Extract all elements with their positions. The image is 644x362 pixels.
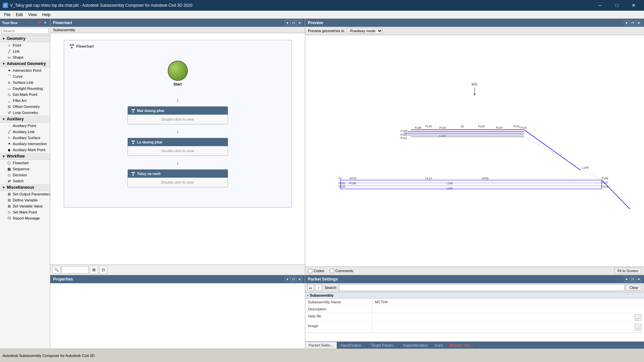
item-define-variable[interactable]: ⊟ Define Variable: [0, 197, 50, 203]
item-offset-geometry[interactable]: ⊡ Offset Geometry: [0, 104, 50, 110]
help-file-browse-button[interactable]: …: [635, 314, 641, 321]
tab-target-param[interactable]: Target Param...: [368, 342, 400, 349]
offset-geometry-icon: ⊡: [7, 104, 11, 109]
image-browse-button[interactable]: …: [635, 324, 641, 330]
zoom-in-button[interactable]: 🔍: [52, 266, 60, 274]
comments-checkbox[interactable]: [330, 269, 334, 273]
item-decision[interactable]: ◇ Decision: [0, 172, 50, 178]
flowchart-pin[interactable]: ▼: [285, 20, 290, 25]
svg-text:P139: P139: [400, 129, 407, 133]
auxiliary-link-icon: ╱: [7, 129, 11, 134]
fit-screen-button[interactable]: Fit to Screen: [614, 268, 641, 274]
packet-row-name: Subassembly Name MCTH4: [305, 299, 644, 306]
tab-cant[interactable]: Cant: [431, 342, 446, 349]
item-get-mark-point[interactable]: ◇ Get Mark Point: [0, 92, 50, 98]
preview-mode-select[interactable]: Roadway mode: [347, 28, 383, 34]
flowchart-canvas[interactable]: Flowchart Start: [50, 33, 305, 264]
auxiliary-mark-point-icon: ◆: [7, 147, 11, 152]
toolbox-content: ▼ Geometry ○ Point ╱ Link ▭ Shape: [0, 35, 50, 349]
svg-text:P138: P138: [400, 133, 407, 136]
section-miscellaneous-header[interactable]: ▼ Miscellaneous: [0, 184, 50, 191]
item-set-mark-point[interactable]: ◇ Set Mark Point: [0, 209, 50, 215]
item-auxiliary-link[interactable]: ╱ Auxiliary Link: [0, 129, 50, 135]
toolbox-controls: 📌 ✕: [37, 20, 48, 25]
codes-checkbox[interactable]: [308, 269, 312, 273]
item-link[interactable]: ╱ Link: [0, 48, 50, 54]
properties-auto-hide[interactable]: ⊓: [291, 277, 296, 282]
auxiliary-point-icon: ·: [7, 123, 11, 128]
properties-pin[interactable]: ▼: [285, 277, 290, 282]
packet-sort-cat[interactable]: ↕: [315, 284, 322, 291]
section-workflow-header[interactable]: ▼ Workflow: [0, 153, 50, 160]
start-circle: [168, 61, 188, 81]
item-auxiliary-point[interactable]: · Auxiliary Point: [0, 123, 50, 129]
packet-close[interactable]: ✕: [636, 277, 641, 282]
close-button[interactable]: ✕: [626, 0, 641, 11]
item-auxiliary-intersection[interactable]: ✦ Auxiliary Intersection: [0, 141, 50, 147]
search-input[interactable]: [1, 28, 49, 34]
item-fillet-arc[interactable]: ⌞ Fillet Arc: [0, 98, 50, 104]
tab-event-viewer[interactable]: Event Vie...: [446, 342, 476, 349]
item-sequence[interactable]: ▦ Sequence: [0, 166, 50, 172]
item-set-variable-value[interactable]: ⊞ Set Variable Value: [0, 203, 50, 209]
item-report-message[interactable]: 🗨 Report Message: [0, 215, 50, 221]
zoom-level-input[interactable]: [62, 266, 89, 274]
section-advanced-geometry: ▼ Advanced Geometry ✦ Intersection Point…: [0, 60, 50, 116]
daylight-rounding-icon: ⌓: [7, 86, 11, 91]
menu-file[interactable]: File: [1, 12, 13, 18]
packet-auto-hide[interactable]: ⊓: [630, 277, 635, 282]
tab-superelevation[interactable]: Superelevation: [400, 342, 431, 349]
toolbox-pin[interactable]: 📌: [37, 20, 42, 25]
packet-section-header[interactable]: ▪ Subassembly: [305, 292, 644, 299]
packet-pin[interactable]: ▼: [624, 277, 629, 282]
item-set-output[interactable]: ⊞ Set Output Parameters: [0, 191, 50, 197]
app-icon: A: [3, 3, 8, 8]
section-auxiliary-header[interactable]: ▼ Auxiliary: [0, 116, 50, 123]
item-surface-link[interactable]: ≡ Surface Link: [0, 79, 50, 85]
tab-packet-settings[interactable]: Packet Settin...: [305, 342, 337, 349]
menu-edit[interactable]: Edit: [13, 12, 25, 18]
menu-help[interactable]: Help: [40, 12, 53, 18]
subassembly-node-3[interactable]: Taluy va ranh Double-click to view: [127, 169, 228, 187]
item-switch[interactable]: ⇄ Switch: [0, 178, 50, 184]
tab-input-output[interactable]: Input/Output...: [337, 342, 368, 349]
preview-auto-hide[interactable]: ⊓: [630, 20, 635, 25]
item-point[interactable]: ○ Point: [0, 42, 50, 48]
section-geometry-header[interactable]: ▼ Geometry: [0, 35, 50, 42]
packet-label-image: Image: [305, 322, 372, 332]
item-auxiliary-surface[interactable]: ▿ Auxiliary Surface: [0, 135, 50, 141]
section-advanced-geometry-header[interactable]: ▼ Advanced Geometry: [0, 60, 50, 67]
subassembly-node-1[interactable]: Mat duong phai Double-click to view: [127, 106, 228, 124]
menu-view[interactable]: View: [25, 12, 40, 18]
arrow-1: [69, 95, 286, 105]
item-intersection-point[interactable]: ✦ Intersection Point: [0, 67, 50, 73]
node-icon-1: [130, 108, 136, 113]
item-shape[interactable]: ▭ Shape: [0, 54, 50, 60]
subassembly-icon-2: [131, 140, 136, 144]
subassembly-node-2[interactable]: Le duong phai Double-click to view: [127, 138, 228, 156]
fit-view-button[interactable]: ⊞: [90, 266, 98, 274]
preview-pin[interactable]: ▼: [624, 20, 629, 25]
properties-close[interactable]: ✕: [297, 277, 302, 282]
flowchart-auto-hide[interactable]: ⊓: [291, 20, 296, 25]
item-daylight-rounding[interactable]: ⌓ Daylight Rounding: [0, 85, 50, 92]
packet-row-description: Description: [305, 306, 644, 313]
clear-button[interactable]: Clear: [626, 285, 642, 291]
grid-button[interactable]: ⊡: [99, 266, 107, 274]
section-geometry: ▼ Geometry ○ Point ╱ Link ▭ Shape: [0, 35, 50, 60]
toolbox-close[interactable]: ✕: [43, 20, 48, 25]
item-loop-geometry[interactable]: ↺ Loop Geometry: [0, 110, 50, 116]
maximize-button[interactable]: □: [609, 0, 625, 11]
packet-search-input[interactable]: [339, 284, 625, 291]
item-flowchart[interactable]: ⬡ Flowchart: [0, 160, 50, 166]
flowchart-close[interactable]: ✕: [297, 20, 302, 25]
preview-close[interactable]: ✕: [636, 20, 641, 25]
minimize-button[interactable]: ─: [592, 0, 608, 11]
item-curve[interactable]: ⌒ Curve: [0, 73, 50, 79]
window-controls: ─ □ ✕: [592, 0, 641, 11]
item-auxiliary-mark-point[interactable]: ◆ Auxiliary Mark Point: [0, 147, 50, 153]
svg-text:P142: P142: [400, 136, 407, 140]
section-auxiliary: ▼ Auxiliary · Auxiliary Point ╱ Auxiliar…: [0, 116, 50, 153]
breadcrumb: Subassembly: [50, 27, 305, 33]
packet-sort-alpha[interactable]: 🗂: [307, 284, 314, 291]
